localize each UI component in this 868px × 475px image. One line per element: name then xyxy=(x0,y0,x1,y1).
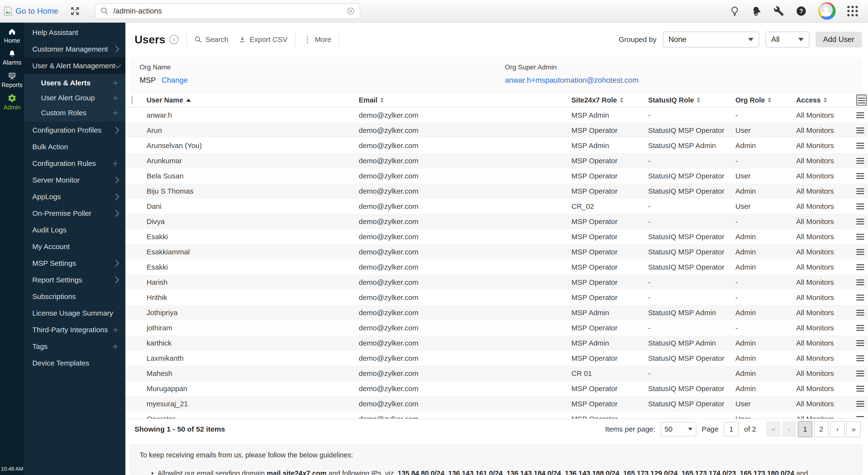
sidebar-item-subscriptions[interactable]: Subscriptions xyxy=(24,288,125,305)
row-menu-icon[interactable] xyxy=(857,264,864,270)
row-menu-icon[interactable] xyxy=(857,386,864,391)
rail-item-alarms[interactable]: Alarms xyxy=(0,47,24,69)
row-menu-icon[interactable] xyxy=(857,249,864,255)
column-header-statusiq-role[interactable]: StatusIQ Role xyxy=(648,96,735,104)
pagination-button-next[interactable]: › xyxy=(830,421,845,437)
row-menu-icon[interactable] xyxy=(857,371,864,376)
row-menu-icon[interactable] xyxy=(857,113,864,118)
row-menu-icon[interactable] xyxy=(857,340,864,346)
column-header-email[interactable]: Email xyxy=(359,96,571,104)
table-row[interactable]: Esakkidemo@zylker.comMSP OperatorStatusI… xyxy=(125,229,868,244)
page-number-input[interactable]: 1 xyxy=(724,422,739,436)
pagination-button-last[interactable]: » xyxy=(846,421,861,437)
rail-item-home[interactable]: Home xyxy=(0,25,24,47)
sidebar-item-applogs[interactable]: AppLogs xyxy=(24,188,125,205)
table-row[interactable]: Arundemo@zylker.comMSP OperatorStatusIQ … xyxy=(125,123,868,138)
sidebar-item-help-assistant[interactable]: Help Assistant xyxy=(24,24,125,41)
rail-item-admin[interactable]: Admin xyxy=(0,91,24,113)
sidebar-item-on-premise-poller[interactable]: On-Premise Poller xyxy=(24,205,125,222)
table-row[interactable]: Biju S Thomasdemo@zylker.comMSP Operator… xyxy=(125,184,868,199)
column-header-site24x7-role[interactable]: Site24x7 Role xyxy=(571,96,648,104)
sidebar-item-custom-roles[interactable]: Custom Roles+ xyxy=(24,105,125,120)
go-to-home-link[interactable]: Go to Home xyxy=(0,5,58,17)
sidebar-item-customer-management[interactable]: Customer Management xyxy=(24,41,125,57)
table-row[interactable]: Maheshdemo@zylker.comCR 01-AdminAll Moni… xyxy=(125,366,868,381)
table-row[interactable]: Esakkiammaldemo@zylker.comMSP OperatorSt… xyxy=(125,244,868,259)
fullscreen-icon[interactable] xyxy=(70,6,80,16)
sidebar-item-msp-settings[interactable]: MSP Settings xyxy=(24,255,125,272)
row-menu-icon[interactable] xyxy=(857,310,864,316)
table-row[interactable]: Bela Susandemo@zylker.comMSP OperatorSta… xyxy=(125,168,868,184)
apps-grid-icon[interactable] xyxy=(847,6,858,17)
sidebar-item-audit-logs[interactable]: Audit Logs xyxy=(24,222,125,238)
sidebar-item-third-party-integrations[interactable]: Third-Party Integrations+ xyxy=(24,321,125,338)
column-header-access[interactable]: Access xyxy=(796,96,857,104)
more-button[interactable]: ⋮ More xyxy=(303,35,331,44)
sidebar-item-user-alert-group[interactable]: User Alert Group+ xyxy=(24,90,125,105)
row-menu-icon[interactable] xyxy=(857,143,864,149)
add-user-button[interactable]: Add User xyxy=(816,32,862,47)
sidebar-item-users-alerts[interactable]: Users & Alerts+ xyxy=(24,75,125,90)
table-row[interactable]: Arunselvan (You)demo@zylker.comMSP Admin… xyxy=(125,138,868,153)
row-menu-icon[interactable] xyxy=(857,234,864,240)
row-menu-icon[interactable] xyxy=(857,203,864,209)
row-menu-icon[interactable] xyxy=(857,128,864,133)
grouped-by-select[interactable]: None xyxy=(663,32,759,48)
row-menu-icon[interactable] xyxy=(857,401,864,407)
table-row[interactable]: Laxmikanthdemo@zylker.comMSP OperatorSta… xyxy=(125,351,868,366)
table-row[interactable]: Divyademo@zylker.comMSP Operator--All Mo… xyxy=(125,214,868,229)
pagination-button-page-1[interactable]: 1 xyxy=(798,421,812,437)
row-menu-icon[interactable] xyxy=(857,280,864,285)
search-button[interactable]: Search xyxy=(194,35,228,44)
table-row[interactable]: Arunkumardemo@zylker.comMSP Operator--Al… xyxy=(125,153,868,168)
table-row[interactable]: Operatordemo@zylker.comMSP Operator-User… xyxy=(125,411,868,419)
sidebar-item-user-alert-management[interactable]: User & Alert Management xyxy=(24,57,125,74)
rail-item-reports[interactable]: Reports xyxy=(0,69,24,91)
row-menu-icon[interactable] xyxy=(857,173,864,179)
sidebar-item-server-monitor[interactable]: Server Monitor xyxy=(24,172,125,188)
lightbulb-icon[interactable] xyxy=(730,6,740,16)
select-all-checkbox[interactable] xyxy=(132,96,133,104)
info-icon[interactable]: i xyxy=(169,35,179,44)
items-per-page-select[interactable]: 50 xyxy=(661,422,696,436)
row-menu-icon[interactable] xyxy=(857,416,864,419)
table-row[interactable]: myesuraj_21demo@zylker.comMSP OperatorSt… xyxy=(125,396,868,411)
export-csv-button[interactable]: Export CSV xyxy=(239,35,287,44)
org-super-admin-email-link[interactable]: anwar.h+mspautomation@zohotest.com xyxy=(505,76,639,85)
sidebar-item-my-account[interactable]: My Account xyxy=(24,238,125,255)
column-settings-icon[interactable] xyxy=(857,95,867,105)
row-menu-icon[interactable] xyxy=(857,188,864,194)
row-menu-icon[interactable] xyxy=(857,219,864,224)
sidebar-item-device-templates[interactable]: Device Templates xyxy=(24,355,125,371)
column-header-org-role[interactable]: Org Role xyxy=(735,96,796,104)
sidebar-item-configuration-rules[interactable]: Configuration Rules+ xyxy=(24,155,125,172)
clear-search-icon[interactable] xyxy=(347,7,355,15)
row-menu-icon[interactable] xyxy=(857,325,864,331)
table-row[interactable]: Hrithikdemo@zylker.comMSP Operator--All … xyxy=(125,290,868,305)
table-row[interactable]: Jothipriyademo@zylker.comMSP AdminStatus… xyxy=(125,305,868,320)
user-avatar[interactable] xyxy=(818,2,836,20)
sidebar-item-bulk-action[interactable]: Bulk Action xyxy=(24,138,125,155)
table-row[interactable]: Esakkidemo@zylker.comMSP OperatorStatusI… xyxy=(125,259,868,275)
row-menu-icon[interactable] xyxy=(857,158,864,164)
org-change-link[interactable]: Change xyxy=(161,76,188,85)
row-menu-icon[interactable] xyxy=(857,355,864,361)
sidebar-item-tags[interactable]: Tags+ xyxy=(24,338,125,355)
table-row[interactable]: Danidemo@zylker.comCR_02-UserAll Monitor… xyxy=(125,199,868,214)
table-row[interactable]: Murugappandemo@zylker.comMSP OperatorSta… xyxy=(125,381,868,396)
notifications-bell-icon[interactable] xyxy=(751,6,762,17)
help-icon[interactable]: ? xyxy=(796,5,807,17)
row-menu-icon[interactable] xyxy=(857,295,864,300)
admin-tools-wrench-icon[interactable] xyxy=(774,6,784,17)
pagination-button-page-2[interactable]: 2 xyxy=(814,421,829,437)
column-header-user-name[interactable]: User Name xyxy=(147,96,359,104)
scope-filter-select[interactable]: All xyxy=(766,32,809,48)
table-row[interactable]: anwar.hdemo@zylker.comMSP Admin--All Mon… xyxy=(125,107,868,123)
table-row[interactable]: Harishdemo@zylker.comMSP Operator--All M… xyxy=(125,275,868,290)
global-search-input[interactable]: /admin-actions xyxy=(95,3,360,19)
sidebar-item-license-usage-summary[interactable]: License Usage Summary xyxy=(24,305,125,321)
sidebar-item-report-settings[interactable]: Report Settings xyxy=(24,272,125,288)
sidebar-item-configuration-profiles[interactable]: Configuration Profiles xyxy=(24,122,125,138)
table-row[interactable]: jothiramdemo@zylker.comMSP Operator--All… xyxy=(125,320,868,336)
table-row[interactable]: karthickdemo@zylker.comMSP AdminStatusIQ… xyxy=(125,336,868,351)
